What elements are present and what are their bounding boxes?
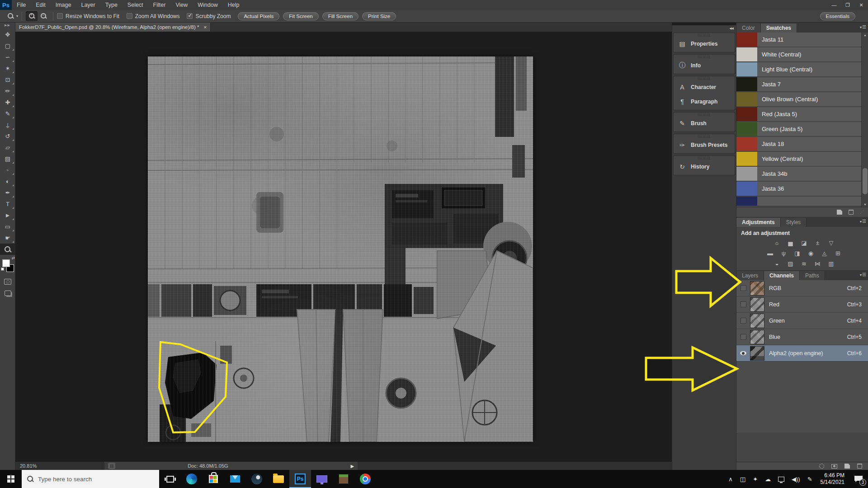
panel-button-history[interactable]: ↻ History bbox=[674, 160, 735, 174]
channel-row-rgb[interactable]: RGB Ctrl+2 bbox=[736, 280, 868, 296]
gradient-map-icon[interactable]: ▥ bbox=[826, 259, 837, 268]
taskbar-app-remote-desktop[interactable] bbox=[311, 470, 333, 488]
new-swatch-icon[interactable] bbox=[837, 210, 842, 215]
swatch-row[interactable]: Jasta 11 bbox=[736, 33, 868, 47]
visibility-toggle[interactable] bbox=[741, 285, 746, 291]
brightness-contrast-icon[interactable]: ☼ bbox=[772, 238, 783, 247]
foreground-color-swatch[interactable] bbox=[2, 259, 10, 267]
visibility-toggle[interactable] bbox=[741, 301, 746, 307]
channel-row-alpha2[interactable]: Alpha2 (open engine) Ctrl+6 bbox=[736, 345, 868, 361]
swatch-row[interactable]: Yellow (Central) bbox=[736, 152, 868, 166]
tab-color[interactable]: Color bbox=[736, 23, 761, 33]
visibility-toggle[interactable] bbox=[741, 318, 746, 324]
panel-button-brush[interactable]: ✎ Brush bbox=[674, 116, 735, 131]
menu-layer[interactable]: Layer bbox=[76, 0, 100, 10]
taskbar-app-photoshop[interactable]: Ps bbox=[289, 470, 311, 488]
dock-collapse-icon[interactable]: ◀◀ bbox=[672, 25, 736, 32]
drag-dots[interactable]: |||||||||| bbox=[674, 76, 735, 80]
taskbar-app-chrome[interactable] bbox=[354, 470, 376, 488]
taskbar-search-input[interactable]: Type here to search bbox=[22, 470, 159, 488]
delete-swatch-icon[interactable] bbox=[849, 210, 854, 215]
photo-filter-icon[interactable]: ◉ bbox=[806, 249, 816, 258]
path-selection-tool[interactable]: ► bbox=[0, 210, 15, 221]
tool-preset-dropdown-icon[interactable]: ▾ bbox=[16, 14, 18, 18]
document-tab[interactable]: FokkerD7F_Public_Open.psd @ 20.8% (Wiref… bbox=[15, 23, 211, 32]
tab-close-icon[interactable]: × bbox=[203, 24, 207, 30]
taskbar-app-steam[interactable] bbox=[246, 470, 268, 488]
levels-icon[interactable]: ▅ bbox=[785, 238, 796, 247]
panel-menu-icon[interactable]: ☰ bbox=[860, 272, 866, 277]
scroll-up-icon[interactable]: ▲ bbox=[862, 33, 868, 37]
menu-image[interactable]: Image bbox=[51, 0, 76, 10]
swatch-row[interactable]: White (Central) bbox=[736, 47, 868, 61]
curves-icon[interactable]: ◪ bbox=[799, 238, 810, 247]
panel-button-character[interactable]: A Character bbox=[674, 80, 735, 94]
taskbar-app-file-explorer[interactable] bbox=[268, 470, 289, 488]
status-bar-arrow-icon[interactable]: ▶ bbox=[351, 464, 354, 469]
type-tool[interactable]: T bbox=[0, 198, 15, 210]
clone-stamp-tool[interactable]: ⍊ bbox=[0, 119, 15, 131]
drag-dots[interactable]: |||||||||| bbox=[674, 33, 735, 37]
workspace-switcher-button[interactable]: Essentials bbox=[820, 12, 855, 20]
resize-windows-to-fit-checkbox[interactable]: Resize Windows to Fit bbox=[57, 13, 119, 19]
onedrive-icon[interactable]: ☁ bbox=[765, 476, 771, 483]
drag-dots[interactable]: |||||||||| bbox=[674, 55, 735, 58]
color-balance-icon[interactable]: ψ bbox=[778, 249, 789, 258]
swatch-row[interactable]: Jasta 34b bbox=[736, 167, 868, 181]
save-selection-as-channel-icon[interactable] bbox=[831, 464, 837, 469]
exposure-icon[interactable]: ± bbox=[812, 238, 823, 247]
tab-adjustments[interactable]: Adjustments bbox=[736, 218, 781, 227]
delete-channel-icon[interactable] bbox=[857, 464, 862, 469]
taskbar-app-edge[interactable] bbox=[181, 470, 203, 488]
channel-mixer-icon[interactable]: ◬ bbox=[819, 249, 830, 258]
action-center-button[interactable]: 3 bbox=[849, 470, 868, 488]
swatch-row[interactable]: Jasta 18 bbox=[736, 137, 868, 151]
menu-edit[interactable]: Edit bbox=[31, 0, 51, 10]
swatch-row[interactable]: Red (Jasta 5) bbox=[736, 107, 868, 121]
dropbox-icon[interactable]: ✦ bbox=[753, 476, 758, 483]
restore-button[interactable]: ❐ bbox=[841, 0, 854, 9]
minimize-button[interactable]: — bbox=[827, 0, 841, 9]
vibrance-icon[interactable]: ▽ bbox=[826, 238, 837, 247]
tab-layers[interactable]: Layers bbox=[736, 271, 764, 280]
menu-view[interactable]: View bbox=[170, 0, 193, 10]
fit-screen-button[interactable]: Fit Screen bbox=[283, 12, 318, 20]
menu-select[interactable]: Select bbox=[123, 0, 148, 10]
spot-healing-brush-tool[interactable]: ✚ bbox=[0, 97, 15, 108]
new-channel-icon[interactable] bbox=[844, 464, 850, 469]
hue-saturation-icon[interactable]: ▬ bbox=[765, 249, 776, 258]
swatches-scrollbar[interactable]: ▲ ▼ bbox=[861, 33, 868, 207]
menu-filter[interactable]: Filter bbox=[148, 0, 171, 10]
tab-paths[interactable]: Paths bbox=[800, 271, 825, 280]
menu-type[interactable]: Type bbox=[100, 0, 123, 10]
swatch-row[interactable]: Jasta 36 bbox=[736, 182, 868, 196]
network-icon[interactable] bbox=[778, 477, 784, 482]
quick-selection-tool[interactable]: ✶ bbox=[0, 63, 15, 74]
scrollbar-thumb[interactable] bbox=[863, 168, 868, 194]
tab-styles[interactable]: Styles bbox=[781, 218, 807, 227]
scroll-down-icon[interactable]: ▼ bbox=[862, 203, 868, 206]
zoom-all-windows-checkbox[interactable]: Zoom All Windows bbox=[127, 13, 180, 19]
zoom-in-button[interactable]: + bbox=[26, 11, 38, 21]
taskbar-app-minecraft[interactable] bbox=[333, 470, 354, 488]
zoom-tool[interactable] bbox=[0, 244, 15, 255]
color-lookup-icon[interactable]: ⊞ bbox=[833, 249, 844, 258]
panel-menu-icon[interactable]: ☰ bbox=[860, 219, 866, 224]
swap-colors-icon[interactable]: ⇄ bbox=[11, 256, 15, 260]
start-button[interactable] bbox=[0, 470, 22, 488]
toolbar-expand-icon[interactable]: ▶▶ bbox=[0, 23, 15, 29]
shape-tool[interactable]: ▭ bbox=[0, 221, 15, 232]
menu-file[interactable]: File bbox=[12, 0, 31, 10]
panel-button-info[interactable]: ⓘ Info bbox=[674, 58, 735, 73]
crop-tool[interactable]: ⊡ bbox=[0, 74, 15, 85]
panel-menu-icon[interactable]: ☰ bbox=[860, 24, 866, 29]
hand-tool[interactable]: ☛ bbox=[0, 232, 15, 244]
move-tool[interactable]: ✥ bbox=[0, 29, 15, 40]
swatch-row[interactable]: Light Blue (Central) bbox=[736, 62, 868, 76]
gradient-tool[interactable]: ▤ bbox=[0, 153, 15, 164]
doc-info-icon[interactable]: ▤ bbox=[108, 463, 115, 469]
blur-tool[interactable]: ◦ bbox=[0, 164, 15, 176]
drag-dots[interactable]: |||||||||| bbox=[674, 134, 735, 138]
eyedropper-tool[interactable]: ✏ bbox=[0, 85, 15, 97]
visibility-toggle[interactable] bbox=[741, 334, 746, 340]
